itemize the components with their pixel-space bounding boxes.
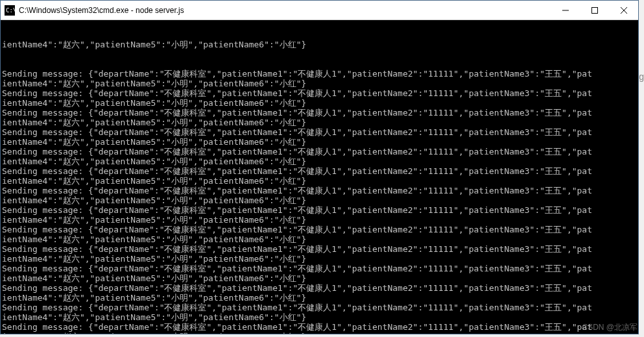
- console-line: Sending message: {"departName":"不健康科室","…: [2, 283, 637, 293]
- window-controls: [551, 1, 638, 19]
- console-line: ientName4":"赵六","patientName5":"小明","pat…: [2, 118, 637, 127]
- console-line: ientName4":"赵六","patientName5":"小明","pat…: [2, 312, 637, 322]
- console-line: Sending message: {"departName":"不健康科室","…: [2, 303, 637, 312]
- watermark: CSDN @北凉军: [582, 322, 638, 333]
- console-output[interactable]: ientName4":"赵六","patientName5":"小明","pat…: [1, 20, 638, 334]
- maximize-button[interactable]: [580, 1, 609, 19]
- window-title: C:\Windows\System32\cmd.exe - node serve…: [19, 6, 551, 15]
- cmd-window: C:\ C:\Windows\System32\cmd.exe - node s…: [0, 0, 639, 334]
- console-line: ientName4":"赵六","patientName5":"小明","pat…: [2, 195, 637, 205]
- console-line: Sending message: {"departName":"不健康科室","…: [2, 244, 637, 254]
- console-line: Sending message: {"departName":"不健康科室","…: [2, 88, 637, 98]
- console-line: Sending message: {"departName":"不健康科室","…: [2, 264, 637, 273]
- edge-glyph: g: [639, 71, 644, 82]
- console-line: Sending message: {"departName":"不健康科室","…: [2, 127, 637, 137]
- console-line: ientName4":"赵六","patientName5":"小明","pat…: [2, 156, 637, 166]
- console-line: ientName4":"赵六","patientName5":"小明","pat…: [2, 332, 637, 334]
- console-line: Sending message: {"departName":"不健康科室","…: [2, 205, 637, 215]
- console-line: ientName4":"赵六","patientName5":"小明","pat…: [2, 137, 637, 147]
- console-line: Sending message: {"departName":"不健康科室","…: [2, 108, 637, 118]
- console-line: ientName4":"赵六","patientName5":"小明","pat…: [2, 215, 637, 225]
- console-line: Sending message: {"departName":"不健康科室","…: [2, 225, 637, 234]
- console-line: ientName4":"赵六","patientName5":"小明","pat…: [2, 254, 637, 264]
- console-line: Sending message: {"departName":"不健康科室","…: [2, 166, 637, 176]
- close-button[interactable]: [609, 1, 638, 19]
- console-line: ientName4":"赵六","patientName5":"小明","pat…: [2, 234, 637, 244]
- console-line: ientName4":"赵六","patientName5":"小明","pat…: [2, 98, 637, 108]
- console-line: Sending message: {"departName":"不健康科室","…: [2, 322, 637, 332]
- console-line: ientName4":"赵六","patientName5":"小明","pat…: [2, 293, 637, 303]
- cmd-icon: C:\: [5, 5, 15, 16]
- svg-rect-3: [591, 7, 597, 13]
- console-line: ientName4":"赵六","patientName5":"小明","pat…: [2, 273, 637, 283]
- console-line: Sending message: {"departName":"不健康科室","…: [2, 69, 637, 79]
- console-line: Sending message: {"departName":"不健康科室","…: [2, 147, 637, 156]
- console-line: Sending message: {"departName":"不健康科室","…: [2, 186, 637, 195]
- console-line: ientName4":"赵六","patientName5":"小明","pat…: [2, 176, 637, 186]
- console-line: ientName4":"赵六","patientName5":"小明","pat…: [2, 40, 637, 49]
- titlebar[interactable]: C:\ C:\Windows\System32\cmd.exe - node s…: [1, 1, 638, 20]
- minimize-button[interactable]: [551, 1, 580, 19]
- svg-text:C:\: C:\: [6, 7, 15, 14]
- console-line: ientName4":"赵六","patientName5":"小明","pat…: [2, 79, 637, 88]
